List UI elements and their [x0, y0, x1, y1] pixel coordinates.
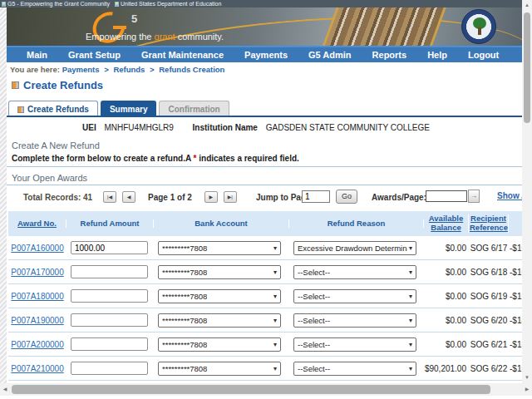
chevron-down-icon: ▾: [273, 317, 277, 324]
table-row: P007A210000 *********7808▾ --Select--▾ $…: [8, 357, 532, 381]
tab-summary[interactable]: Summary: [101, 101, 157, 116]
tab-underline: [7, 116, 522, 117]
breadcrumb-link-refunds[interactable]: Refunds: [113, 65, 145, 74]
horizontal-scrollbar[interactable]: ◀ ▶: [0, 383, 532, 396]
table-row: P007A190000 *********7808▾ --Select--▾ $…: [8, 308, 532, 332]
nav-item-help[interactable]: Help: [427, 50, 447, 60]
nav-item-grant-maintenance[interactable]: Grant Maintenance: [141, 50, 224, 60]
refund-amount-input[interactable]: [71, 241, 148, 254]
section-create-new-refund: Create A New Refund: [12, 140, 100, 150]
table-row: P007A160000 *********7808▾ Excessive Dra…: [8, 236, 532, 260]
go-button[interactable]: Go: [336, 190, 357, 204]
scroll-right-icon[interactable]: ▶: [523, 385, 531, 394]
page-title-icon: [12, 81, 19, 89]
header-banner: 5 Empowering the grant community.: [7, 7, 522, 46]
tab-create-refunds[interactable]: Create Refunds: [8, 101, 98, 116]
awards-per-page-label: Awards/Page:: [372, 193, 426, 202]
award-number-link[interactable]: P007A170000: [11, 268, 63, 277]
vertical-scrollbar[interactable]: ▲ ▼: [522, 0, 532, 383]
last-page-button[interactable]: ▶|: [224, 191, 237, 203]
vertical-scrollbar-thumb[interactable]: [524, 12, 530, 123]
refund-reason-select[interactable]: --Select--▾: [293, 313, 416, 328]
scroll-left-icon[interactable]: ◀: [1, 385, 9, 394]
refund-reason-select[interactable]: --Select--▾: [293, 289, 416, 303]
browser-tab-ed[interactable]: United States Department of Education: [115, 1, 221, 7]
form-instruction: Complete the form below to create a refu…: [12, 154, 299, 163]
column-header-available-balance[interactable]: Available Balance: [424, 214, 469, 233]
refund-amount-input[interactable]: [71, 313, 148, 327]
refund-amount-input[interactable]: [71, 337, 148, 351]
first-page-button[interactable]: |◀: [103, 191, 116, 203]
jump-to-page-input[interactable]: [302, 190, 330, 203]
available-balance-value: $0.00: [424, 268, 469, 277]
browser-tab-g5[interactable]: G5 - Empowering the Grant Community: [2, 1, 110, 7]
refund-amount-input[interactable]: [71, 289, 148, 303]
available-balance-value: $0.00: [424, 292, 469, 301]
refund-reason-select[interactable]: --Select--▾: [293, 362, 416, 376]
horizontal-scrollbar-thumb[interactable]: [12, 385, 490, 394]
recipient-reference-value: SOG 6/18: [469, 268, 509, 277]
available-balance-value: $0.00: [424, 340, 469, 349]
refund-amount-input[interactable]: [71, 265, 148, 278]
table-row: P007A170000 *********7808▾ --Select--▾ $…: [8, 260, 532, 284]
chevron-down-icon: ▾: [273, 293, 277, 300]
column-header-recipient-reference[interactable]: Recipient Reference: [469, 214, 509, 233]
page-icon: [2, 2, 6, 7]
previous-page-button[interactable]: ◀: [122, 191, 135, 203]
scroll-up-icon[interactable]: ▲: [523, 1, 531, 10]
banner-tagline: Empowering the grant community.: [86, 32, 224, 42]
refund-amount-input[interactable]: [71, 362, 148, 375]
refund-reason-select[interactable]: --Select--▾: [293, 337, 416, 352]
bank-account-select[interactable]: *********7808▾: [158, 241, 281, 255]
browser-tab-label: G5 - Empowering the Grant Community: [7, 1, 110, 7]
bank-account-select[interactable]: *********7808▾: [158, 265, 281, 279]
nav-item-g5-admin[interactable]: G5 Admin: [308, 50, 352, 60]
awards-per-page-input[interactable]: [426, 190, 467, 202]
nav-item-logout[interactable]: Logout: [468, 50, 499, 60]
refund-tabs: Create Refunds Summary Confirmation: [8, 101, 229, 116]
scroll-down-icon[interactable]: ▼: [523, 373, 531, 382]
column-header-refund-reason: Refund Reason: [289, 219, 424, 229]
recipient-reference-value: SOG 6/21: [469, 340, 509, 349]
chevron-down-icon: ▾: [409, 244, 412, 252]
breadcrumb-link-payments[interactable]: Payments: [62, 65, 100, 74]
pagination-controls: |◀ ◀ Page 1 of 2 ▶ ▶|: [103, 191, 237, 203]
award-number-link[interactable]: P007A160000: [11, 244, 63, 253]
next-page-button[interactable]: ▶: [204, 191, 218, 203]
chevron-down-icon: ▾: [273, 244, 277, 252]
bank-account-select[interactable]: *********7808▾: [158, 337, 281, 352]
award-number-link[interactable]: P007A200000: [11, 340, 63, 349]
nav-item-payments[interactable]: Payments: [244, 50, 288, 60]
breadcrumb-prefix: You are here:: [10, 65, 60, 74]
refund-reason-select[interactable]: Excessive Drawdown Determination▾: [293, 241, 416, 255]
chevron-down-icon: ▾: [409, 365, 412, 372]
award-number-link[interactable]: P007A210000: [11, 364, 63, 373]
chevron-down-icon: ▾: [273, 365, 277, 372]
breadcrumb-link-refunds-creation[interactable]: Refunds Creation: [159, 65, 224, 74]
bank-account-select[interactable]: *********7808▾: [158, 362, 281, 376]
nav-item-main[interactable]: Main: [27, 50, 47, 60]
institution-name-value: GADSDEN STATE COMMUNITY COLLEGE: [266, 123, 430, 132]
awards-per-page-go-button[interactable]: →: [468, 190, 480, 203]
award-number-link[interactable]: P007A190000: [11, 316, 63, 325]
browser-titlebar: G5 - Empowering the Grant Community Unit…: [0, 0, 522, 7]
tab-icon: [17, 106, 24, 113]
award-number-link[interactable]: P007A180000: [11, 292, 63, 301]
breadcrumb: You are here: Payments > Refunds > Refun…: [10, 65, 224, 74]
first-page-icon: |◀: [107, 195, 112, 200]
bank-account-select[interactable]: *********7808▾: [158, 313, 281, 328]
total-records-label: Total Records: 41: [23, 193, 92, 202]
bank-account-select[interactable]: *********7808▾: [158, 289, 281, 303]
column-header-award-no[interactable]: Award No.: [8, 219, 66, 229]
next-page-icon: ▶: [209, 195, 214, 200]
refund-reason-select[interactable]: --Select--▾: [293, 265, 416, 279]
chevron-down-icon: ▾: [409, 268, 412, 276]
breadcrumb-separator: >: [147, 65, 157, 74]
breadcrumb-separator: >: [101, 65, 111, 74]
table-row: P007A180000 *********7808▾ --Select--▾ $…: [8, 284, 532, 308]
chevron-down-icon: ▾: [273, 268, 277, 276]
section-your-open-awards: Your Open Awards: [12, 173, 87, 183]
institution-info: UEI MNHFU4MHGLR9 Institution Name GADSDE…: [7, 123, 522, 132]
nav-item-reports[interactable]: Reports: [372, 50, 407, 60]
nav-item-grant-setup[interactable]: Grant Setup: [68, 50, 121, 60]
